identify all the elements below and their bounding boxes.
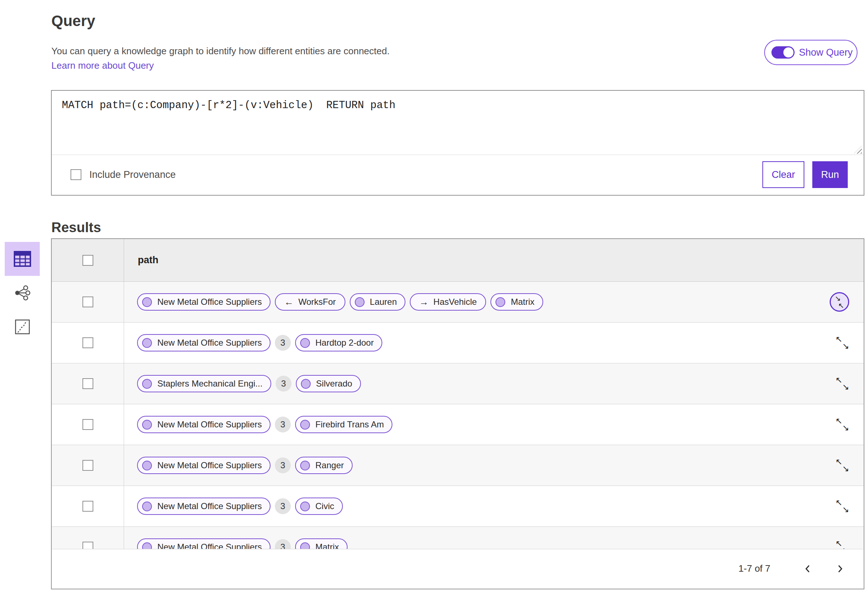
row-path-cell: New Metal Office Suppliers←WorksForLaure…	[124, 282, 864, 322]
entity-pill[interactable]: Silverado	[296, 375, 361, 392]
arrow-nw-icon: ↖	[836, 375, 842, 385]
path-pills: Staplers Mechanical Engi...3Silverado	[137, 375, 836, 392]
table-view-button[interactable]	[5, 242, 40, 276]
arrow-nw-icon: ↖	[836, 416, 842, 426]
entity-label: New Metal Office Suppliers	[157, 297, 262, 307]
entity-pill[interactable]: Ranger	[295, 457, 353, 474]
row-checkbox-cell	[52, 282, 124, 322]
entity-pill[interactable]: New Metal Office Suppliers	[137, 497, 270, 515]
entity-icon	[301, 379, 311, 389]
collapse-icon[interactable]: ↘↖	[830, 292, 849, 312]
entity-pill[interactable]: New Metal Office Suppliers	[137, 538, 270, 550]
entity-pill[interactable]: New Metal Office Suppliers	[137, 334, 270, 351]
row-checkbox[interactable]	[83, 419, 93, 430]
table-row: New Metal Office Suppliers3Civic ↖↘	[52, 486, 864, 527]
previous-page-button[interactable]	[800, 561, 816, 577]
entity-pill[interactable]: Matrix	[295, 538, 348, 550]
row-checkbox[interactable]	[83, 542, 93, 550]
entity-pill[interactable]: New Metal Office Suppliers	[137, 457, 270, 474]
run-button[interactable]: Run	[812, 161, 848, 188]
collapsed-count-badge[interactable]: 3	[275, 498, 291, 514]
include-provenance-checkbox[interactable]	[71, 169, 81, 180]
entity-pill[interactable]: Firebird Trans Am	[295, 416, 393, 433]
query-footer: Include Provenance Clear Run	[52, 155, 864, 194]
pagination-range-label: 1-7 of 7	[738, 563, 771, 574]
row-path-cell: New Metal Office Suppliers3Hardtop 2-doo…	[124, 323, 864, 363]
entity-pill[interactable]: Matrix	[490, 293, 543, 311]
entity-label: Lauren	[370, 297, 397, 307]
clear-button[interactable]: Clear	[762, 161, 805, 188]
row-checkbox[interactable]	[83, 337, 93, 348]
link-chart-view-icon	[14, 285, 31, 301]
row-checkbox[interactable]	[83, 296, 93, 307]
pagination-bar: 1-7 of 7	[52, 549, 863, 588]
entity-pill[interactable]: Hardtop 2-door	[295, 334, 382, 351]
arrow-nw-icon: ↖	[836, 457, 842, 467]
results-section-title: Results	[52, 220, 101, 235]
expand-slot: ↖↘	[836, 336, 849, 350]
entity-pill[interactable]: Civic	[295, 497, 343, 515]
expand-icon[interactable]: ↖↘	[836, 499, 849, 513]
expand-icon[interactable]: ↖↘	[836, 336, 849, 350]
entity-label: Civic	[315, 501, 334, 511]
relationship-label: HasVehicle	[433, 297, 477, 307]
query-section-title: Query	[52, 12, 95, 30]
entity-icon	[142, 420, 152, 429]
row-checkbox[interactable]	[83, 501, 93, 512]
select-all-checkbox[interactable]	[83, 255, 93, 266]
expand-icon[interactable]: ↖↘	[836, 417, 849, 431]
include-provenance-label: Include Provenance	[89, 169, 176, 180]
entity-icon	[355, 297, 365, 307]
relationship-pill[interactable]: →HasVehicle	[410, 293, 486, 311]
arrow-left-icon: ←	[284, 296, 294, 308]
path-pills: New Metal Office Suppliers3Firebird Tran…	[137, 416, 836, 433]
next-page-button[interactable]	[832, 561, 848, 577]
arrow-se-icon: ↘	[842, 464, 849, 474]
path-pills: New Metal Office Suppliers3Civic	[137, 497, 836, 515]
arrow-nw-icon: ↖	[836, 498, 842, 507]
expand-icon[interactable]: ↖↘	[836, 540, 849, 550]
arrow-nw-icon: ↖	[836, 539, 842, 549]
collapsed-count-badge[interactable]: 3	[275, 457, 291, 473]
entity-icon	[142, 297, 152, 307]
chevron-left-icon	[803, 564, 813, 574]
query-panel: MATCH path=(c:Company)-[r*2]-(v:Vehicle)…	[51, 90, 864, 196]
path-pills: New Metal Office Suppliers3Matrix	[137, 538, 836, 550]
entity-label: Firebird Trans Am	[315, 419, 384, 429]
query-textarea[interactable]: MATCH path=(c:Company)-[r*2]-(v:Vehicle)…	[52, 91, 864, 155]
collapsed-count-badge[interactable]: 3	[275, 335, 291, 351]
row-checkbox[interactable]	[83, 460, 93, 471]
collapsed-count-badge[interactable]: 3	[275, 539, 291, 550]
table-body: New Metal Office Suppliers←WorksForLaure…	[52, 282, 864, 550]
show-query-label: Show Query	[799, 47, 853, 58]
entity-pill[interactable]: New Metal Office Suppliers	[137, 416, 270, 433]
entity-pill[interactable]: Lauren	[350, 293, 406, 311]
expand-icon[interactable]: ↖↘	[836, 459, 849, 472]
relationship-pill[interactable]: ←WorksFor	[275, 293, 345, 311]
show-query-toggle[interactable]: Show Query	[764, 40, 858, 65]
row-path-cell: New Metal Office Suppliers3Matrix ↖↘	[124, 527, 864, 550]
toggle-track-icon[interactable]	[771, 46, 794, 59]
entity-icon	[142, 502, 152, 511]
entity-pill[interactable]: Staplers Mechanical Engi...	[137, 375, 271, 392]
map-view-button[interactable]	[5, 310, 40, 344]
row-path-cell: Staplers Mechanical Engi...3Silverado ↖↘	[124, 363, 864, 404]
row-checkbox-cell	[52, 363, 124, 404]
expand-slot: ↖↘	[836, 417, 849, 431]
entity-icon	[300, 502, 310, 511]
arrow-se-icon: ↘	[842, 423, 849, 433]
chevron-right-icon	[835, 564, 844, 574]
entity-pill[interactable]: New Metal Office Suppliers	[137, 293, 270, 311]
learn-more-link[interactable]: Learn more about Query	[52, 60, 154, 71]
link-chart-view-button[interactable]	[5, 276, 40, 310]
collapsed-count-badge[interactable]: 3	[276, 376, 291, 392]
query-description: You can query a knowledge graph to ident…	[52, 46, 390, 57]
expand-icon[interactable]: ↖↘	[836, 377, 849, 391]
row-checkbox-cell	[52, 486, 124, 527]
row-checkbox-cell	[52, 445, 124, 485]
collapsed-count-badge[interactable]: 3	[275, 416, 291, 432]
toggle-knob-icon	[783, 47, 794, 58]
entity-icon	[496, 297, 505, 307]
entity-icon	[300, 420, 310, 429]
row-checkbox[interactable]	[83, 378, 93, 389]
